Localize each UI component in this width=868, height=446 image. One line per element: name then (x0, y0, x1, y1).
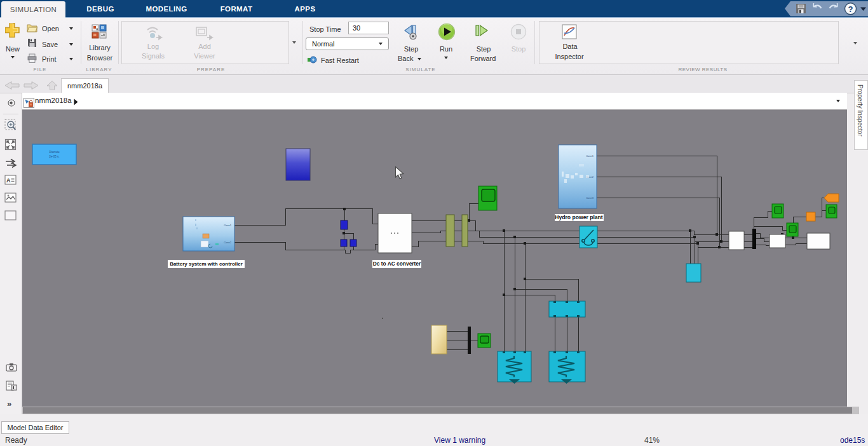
svg-text:Conn2: Conn2 (224, 241, 232, 244)
svg-text:Conn3: Conn3 (586, 196, 594, 199)
svg-text:Dc to AC converter: Dc to AC converter (373, 260, 421, 267)
svg-text:?: ? (848, 4, 853, 14)
svg-text:A: A (6, 177, 11, 184)
svg-text:Conn1: Conn1 (586, 154, 594, 158)
svg-text:Battery system with controller: Battery system with controller (170, 261, 243, 267)
svg-text:Discrete: Discrete (49, 151, 60, 154)
svg-text:Hydro power plant: Hydro power plant (555, 214, 603, 220)
svg-text:2e-05 s.: 2e-05 s. (49, 155, 59, 158)
svg-text:Conn1: Conn1 (224, 224, 232, 227)
